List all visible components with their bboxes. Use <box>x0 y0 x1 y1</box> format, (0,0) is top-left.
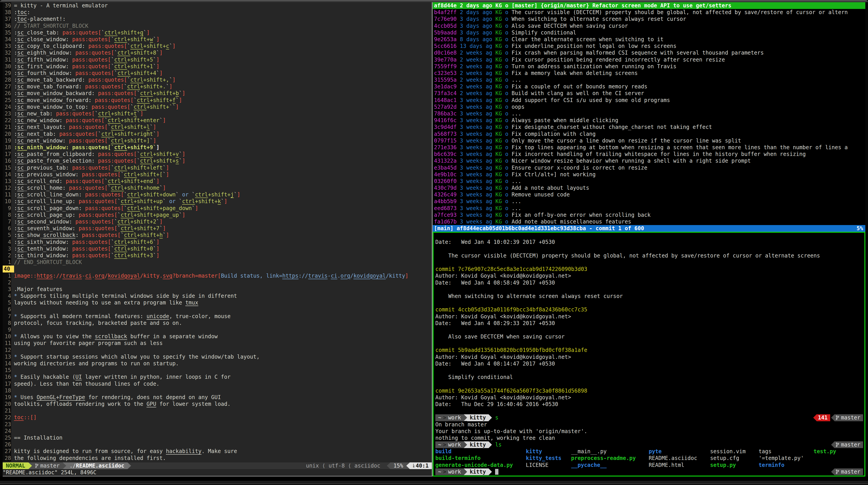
commit-row[interactable]: d0c16e8 2 weeks ag KG o Fix crash when p… <box>433 50 865 56</box>
vim-mode-indicator: NORMAL <box>3 462 28 469</box>
editor-line: 9 <box>3 326 432 333</box>
file-name: session.vim <box>710 448 758 455</box>
commit-row[interactable]: 5cc6616 13 days ag KG o Fix underline_po… <box>433 43 865 50</box>
commit-row[interactable]: 527a92d 3 weeks ag KG o oops <box>433 103 865 110</box>
editor-line: 26 <box>3 441 432 448</box>
git-log-line: commit 7c76e907c28c5ec8a3e1ccab9d1742260… <box>435 266 863 272</box>
line-number: 4 <box>3 293 11 299</box>
commit-row[interactable]: a4bb5b9 3 weeks ag KG o ... <box>433 198 865 205</box>
commit-row[interactable]: 4326c49 3 weeks ag KG o Remove unused co… <box>433 191 865 198</box>
terminal-cursor[interactable] <box>495 469 498 475</box>
commit-row[interactable]: 3c9d4df 3 weeks ag KG o Fix designate_ch… <box>433 124 865 130</box>
git-log-line: When switching to alternate screen alway… <box>435 293 863 300</box>
commit-row[interactable]: 3e1dac9 2 weeks ag KG o Fix a couple of … <box>433 83 865 90</box>
line-number: 10 <box>3 198 11 205</box>
commit-row[interactable]: 4ccb05d 3 days ago KG o Also save DECTCE… <box>433 23 865 29</box>
line-number: 33 <box>3 43 11 50</box>
commit-row[interactable]: 271e336 3 weeks ag KG o Fix top lines ap… <box>433 144 865 151</box>
line-number: 5 <box>3 232 11 239</box>
commit-row[interactable]: 7559ff9 2 weeks ag KG o Turn on address … <box>433 63 865 70</box>
shell-pane[interactable]: Date: Wed Jan 4 10:02:39 2017 +0530 The … <box>433 232 865 477</box>
line-number: 2 <box>3 279 11 286</box>
commit-row[interactable]: 0797f15 3 weeks ag KG o Only move the cu… <box>433 138 865 144</box>
shell-command[interactable]: s <box>495 414 498 421</box>
editor-line: 23 <box>3 421 432 428</box>
line-number: 7 <box>3 218 11 225</box>
commit-row[interactable]: 03260f0 3 weeks ag KG o ... <box>433 178 865 185</box>
powerline-separator <box>387 462 391 469</box>
line-number: 32 <box>3 50 11 56</box>
commit-row[interactable]: 9416f6c 3 weeks ag KG o Always paste whe… <box>433 117 865 124</box>
chevron-right-icon: > <box>441 468 448 475</box>
commit-row[interactable]: a7fce93 3 weeks ag KG o Fix an off-by-on… <box>433 212 865 218</box>
commit-row[interactable]: b4af2ff 2 days ago KG o The cursor visib… <box>433 9 865 16</box>
file-name: tags <box>758 448 814 455</box>
line-number: 27 <box>3 448 11 455</box>
editor-line: 5:sc_show_scrollback: pass:quotes[`ctrl+… <box>3 232 432 239</box>
ls-output-row: generate-unicode-data.pyLICENSE__pycache… <box>435 462 863 468</box>
line-number: 34 <box>3 36 11 43</box>
editor-line: 31:sc_fifth_window: pass:quotes[`ctrl+sh… <box>3 56 432 63</box>
commit-row[interactable]: 315595a 2 weeks ag KG o ... <box>433 77 865 83</box>
git-branch-icon <box>836 469 839 475</box>
terminal-content: 39= kitty - A terminal emulator38:toc:37… <box>3 2 865 477</box>
commit-row[interactable]: 39e770a 2 weeks ag KG o Fix cursor posit… <box>433 56 865 63</box>
git-log-line: Author: Kovid Goyal <kovid@kovidgoyal.ne… <box>435 272 863 279</box>
git-log-line <box>435 407 863 414</box>
line-number: 13 <box>3 178 11 185</box>
commit-row[interactable]: 4e9b10c 3 weeks ag KG o Fix Ctrl/alt+] n… <box>433 171 865 178</box>
vim-command-line[interactable]: "README.asciidoc" 254L, 8496C <box>3 469 432 476</box>
line-number: 15 <box>3 367 11 373</box>
git-log-line <box>435 300 863 306</box>
git-log-line: Author: Kovid Goyal <kovid@kovidgoyal.ne… <box>435 354 863 360</box>
commit-row[interactable]: 7c76e90 3 days ago KG o When switching t… <box>433 16 865 22</box>
window-titlebar[interactable] <box>0 0 868 2</box>
line-number: 21 <box>3 407 11 414</box>
editor-line: 14:sc_previous_window: pass:quotes[`ctrl… <box>3 171 432 178</box>
line-number: 17 <box>3 381 11 387</box>
editor-line: 3:sc_tenth_window: pass:quotes[`ctrl+shi… <box>3 245 432 252</box>
file-name: __pycache__ <box>571 462 649 468</box>
commit-row[interactable]: af8d44e 2 days ago KG o [master] {origin… <box>433 2 865 9</box>
commit-row[interactable]: e3ba45d 3 weeks ag KG o Ensure cursor x-… <box>433 164 865 171</box>
line-number: 15 <box>3 164 11 171</box>
tig-pane[interactable]: af8d44e 2 days ago KG o [master] {origin… <box>433 2 865 232</box>
commit-row[interactable]: 786ba3c 3 weeks ag KG o ... <box>433 110 865 117</box>
editor-line: 37:toc-placement!: <box>3 16 432 22</box>
exit-code-badge: 141 <box>813 414 830 421</box>
shell-prompt[interactable]: ~>workkittys141master <box>435 414 863 421</box>
commit-row[interactable]: 73fa3c4 2 weeks ag KG o Build with clang… <box>433 90 865 97</box>
prompt-cwd-segment: kitty <box>467 468 489 475</box>
commit-row[interactable]: 1648ac1 3 weeks ag KG o Add support for … <box>433 97 865 103</box>
cursor-position: LN40:1 <box>410 462 432 469</box>
line-number: 26 <box>3 441 11 448</box>
editor-line: 6 <box>3 306 432 313</box>
editor-line: 11:sc_scroll_line_down: pass:quotes[`ctr… <box>3 191 432 198</box>
commit-row[interactable]: eed6873 3 weeks ag KG o ... <box>433 205 865 212</box>
commit-row[interactable]: c323e53 2 weeks ag KG o Fix a memory lea… <box>433 70 865 77</box>
file-name: pyte <box>649 448 710 455</box>
powerline-separator <box>489 414 492 421</box>
git-log-output: Date: Wed Jan 4 10:02:39 2017 +0530 The … <box>435 239 863 414</box>
commit-row[interactable]: 9e2653a 8 days ago KG o Clear the altern… <box>433 36 865 43</box>
commit-row[interactable]: a568f73 3 weeks ag KG o Fix compilation … <box>433 131 865 138</box>
vim-pane[interactable]: 39= kitty - A terminal emulator38:toc:37… <box>3 2 432 477</box>
commit-row[interactable]: b6c639c 3 weeks ag KG o Fix incorrect ha… <box>433 151 865 157</box>
commit-row[interactable]: 5b9aadd 3 days ago KG o Simplify conditi… <box>433 29 865 36</box>
line-number: 3 <box>3 286 11 293</box>
commit-row[interactable]: 431322a 3 weeks ag KG o Nicer window res… <box>433 157 865 164</box>
editor-line: 28:sc_move_tab_backward: pass:quotes[`ct… <box>3 77 432 83</box>
shell-prompt[interactable]: ~>workkittymaster <box>435 468 863 475</box>
shell-prompt[interactable]: ~>workkittylsmaster <box>435 442 863 448</box>
line-number: 35 <box>3 29 11 36</box>
commit-row[interactable]: 430c79d 3 weeks ag KG o Add a note about… <box>433 185 865 191</box>
file-name: README.html <box>649 462 710 468</box>
editor-line: 12:sc_scroll_home: pass:quotes[`ctrl+shi… <box>3 185 432 191</box>
commit-row[interactable]: fa1d67b 3 weeks ag KG o Add note about m… <box>433 218 865 225</box>
line-number: 36 <box>3 23 11 29</box>
editor-line: 21:sc_next_layout: pass:quotes[`ctrl+shi… <box>3 124 432 130</box>
editor-line: 22toc::[] <box>3 414 432 421</box>
line-number: 14 <box>3 171 11 178</box>
file-name: kitty <box>526 448 571 455</box>
shell-command[interactable]: ls <box>495 442 502 448</box>
